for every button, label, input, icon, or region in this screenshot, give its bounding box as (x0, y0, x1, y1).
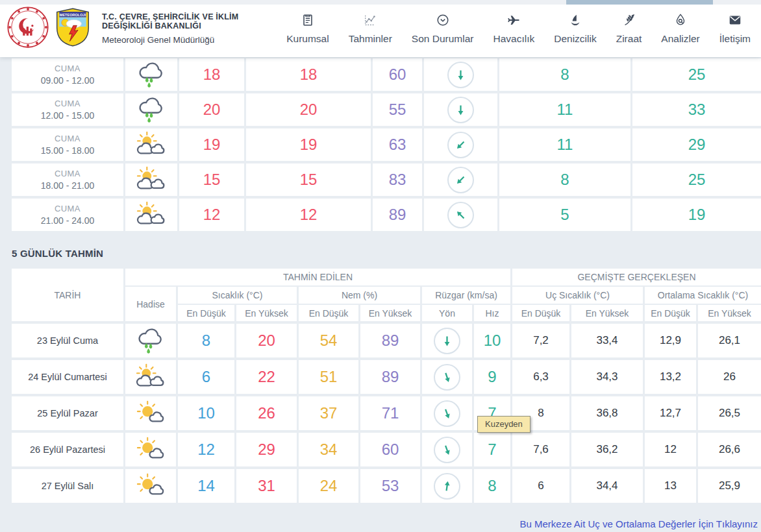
forecast-temp-max-cell: 20 (236, 324, 297, 357)
hourly-humidity-cell: 89 (373, 199, 422, 231)
col-header-avg-max: En Yüksek (698, 305, 761, 321)
hourly-temp-cell: 19 (179, 128, 244, 161)
hourly-felt-temp-cell: 18 (246, 58, 371, 91)
meteorology-shield-logo: METEOROLOJI (55, 8, 90, 49)
forecast-ext-max-cell: 36,8 (571, 396, 643, 430)
forecast-wind-dir-cell[interactable] (422, 396, 472, 430)
drop-magnifier-icon (673, 13, 688, 28)
hourly-wind-dir-cell[interactable] (424, 58, 497, 91)
forecast-avg-max-cell: 26,6 (698, 433, 761, 466)
rain-cloud-icon (134, 326, 168, 355)
hourly-felt-temp-cell: 20 (246, 93, 371, 126)
hourly-condition-cell (125, 58, 177, 91)
forecast-hum-max-cell: 60 (360, 433, 420, 466)
forecast-avg-min-cell: 12,9 (645, 324, 696, 357)
hourly-wind-gust-cell: 25 (632, 163, 761, 196)
brand-logos[interactable]: METEOROLOJI T.C. ÇEVRE, ŞEHİRCİLİK VE İK… (0, 6, 286, 51)
nav-item-tahminler[interactable]: Tahminler (349, 13, 392, 45)
col-header-temperature: Sıcaklık (°C) (178, 287, 297, 304)
nav-item-i-leti-im[interactable]: İletişim (719, 13, 751, 45)
hourly-felt-temp-cell: 19 (246, 128, 371, 161)
forecast-avg-min-cell: 13 (645, 469, 696, 503)
ministry-title: T.C. ÇEVRE, ŞEHİRCİLİK VE İKLİM DEĞİŞİKL… (102, 12, 286, 30)
forecast-date-cell: 23 Eylül Cuma (12, 324, 123, 357)
hourly-humidity-cell: 63 (373, 128, 422, 161)
col-header-past: GEÇMİŞTE GERÇEKLEŞEN (512, 269, 761, 285)
nav-item-kurumsal[interactable]: Kurumsal (286, 13, 329, 45)
forecast-avg-min-cell: 12,7 (645, 396, 696, 430)
site-header: METEOROLOJI T.C. ÇEVRE, ŞEHİRCİLİK VE İK… (0, 0, 761, 57)
hourly-temp-cell: 12 (179, 199, 244, 231)
airplane-icon (506, 13, 521, 28)
hourly-wind-speed-cell: 11 (499, 93, 630, 126)
hourly-wind-dir-cell[interactable] (424, 199, 497, 231)
col-header-condition: Hadise (125, 287, 176, 321)
main-nav: Kurumsal Tahminler Son Durumlar Havacılı… (286, 13, 761, 45)
col-header-ext-min: En Düşük (512, 305, 569, 321)
hourly-condition-cell (125, 163, 177, 196)
hourly-wind-speed-cell: 8 (499, 58, 630, 91)
hourly-time-cell: CUMA18.00 - 21.00 (12, 163, 123, 196)
hourly-wind-gust-cell: 25 (632, 58, 761, 91)
hourly-time-cell: CUMA09.00 - 12.00 (12, 58, 123, 91)
scroll-indicator[interactable] (566, 0, 713, 5)
nav-item-havac-l-k[interactable]: Havacılık (493, 13, 534, 45)
line-chart-icon (363, 13, 377, 28)
hourly-wind-gust-cell: 33 (632, 93, 761, 126)
hourly-time-cell: CUMA21.00 - 24.00 (12, 199, 123, 231)
wind-direction-arrow-icon (434, 473, 460, 500)
wheat-icon (622, 13, 636, 28)
nav-item-ziraat[interactable]: Ziraat (616, 13, 642, 45)
forecast-temp-max-cell: 22 (236, 360, 297, 394)
extreme-values-link[interactable]: Bu Merkeze Ait Uç ve Ortalama Değerler İ… (519, 518, 758, 529)
hourly-humidity-cell: 83 (373, 163, 422, 196)
wind-direction-arrow-icon (434, 364, 460, 391)
forecast-temp-min-cell: 10 (178, 396, 234, 430)
hourly-temp-cell: 18 (179, 58, 244, 91)
forecast-wind-dir-cell[interactable] (422, 469, 472, 503)
nav-item-denizcilik[interactable]: Denizcilik (554, 13, 596, 45)
hourly-wind-speed-cell: 11 (499, 128, 630, 161)
hourly-wind-speed-cell: 8 (499, 163, 630, 196)
forecast-hum-min-cell: 51 (299, 360, 358, 394)
hourly-wind-dir-cell[interactable] (424, 163, 497, 196)
wind-direction-arrow-icon (447, 132, 474, 158)
hourly-temp-cell: 15 (179, 163, 244, 196)
hourly-wind-gust-cell: 19 (632, 199, 761, 231)
five-day-table-header: TARİH TAHMİN EDİLEN GEÇMİŞTE GERÇEKLEŞEN… (12, 269, 761, 321)
forecast-wind-dir-cell[interactable] (422, 433, 472, 466)
forecast-wind-speed-cell: 7 (474, 433, 510, 466)
forecast-temp-min-cell: 8 (178, 324, 234, 357)
hourly-wind-dir-cell[interactable] (424, 128, 497, 161)
hourly-condition-cell (125, 199, 177, 231)
forecast-wind-dir-cell[interactable] (422, 324, 472, 357)
forecast-temp-min-cell: 6 (178, 360, 234, 394)
envelope-icon (728, 13, 742, 28)
hourly-felt-temp-cell: 15 (246, 163, 371, 196)
wind-direction-arrow-icon (434, 437, 460, 463)
nav-item-analizler[interactable]: Analizler (661, 13, 699, 45)
five-day-heading: 5 GÜNLÜK TAHMİN (12, 248, 761, 259)
forecast-ext-max-cell: 36,2 (571, 433, 643, 466)
forecast-condition-cell (125, 433, 176, 466)
forecast-hum-min-cell: 24 (299, 469, 358, 503)
col-header-humidity: Nem (%) (299, 287, 420, 304)
wind-direction-arrow-icon (447, 97, 474, 123)
forecast-hum-min-cell: 54 (299, 324, 358, 357)
nav-item-son-durumlar[interactable]: Son Durumlar (412, 13, 474, 45)
forecast-hum-max-cell: 89 (360, 324, 420, 357)
sun-two-clouds-icon (134, 200, 168, 229)
forecast-hum-max-cell: 89 (360, 360, 420, 394)
forecast-ext-max-cell: 34,4 (571, 469, 643, 503)
hourly-table: CUMA09.00 - 12.00181860825CUMA12.00 - 15… (12, 58, 761, 231)
hourly-wind-dir-cell[interactable] (424, 93, 497, 126)
forecast-temp-max-cell: 31 (236, 469, 297, 503)
ministry-seal-logo (6, 6, 49, 51)
wind-direction-arrow-icon (447, 167, 474, 193)
forecast-hum-min-cell: 37 (299, 396, 358, 430)
col-header-predicted: TAHMİN EDİLEN (125, 269, 510, 285)
hourly-humidity-cell: 60 (373, 58, 422, 91)
forecast-wind-dir-cell[interactable] (422, 360, 472, 394)
forecast-avg-min-cell: 12 (645, 433, 696, 466)
sun-two-clouds-icon (134, 363, 168, 391)
